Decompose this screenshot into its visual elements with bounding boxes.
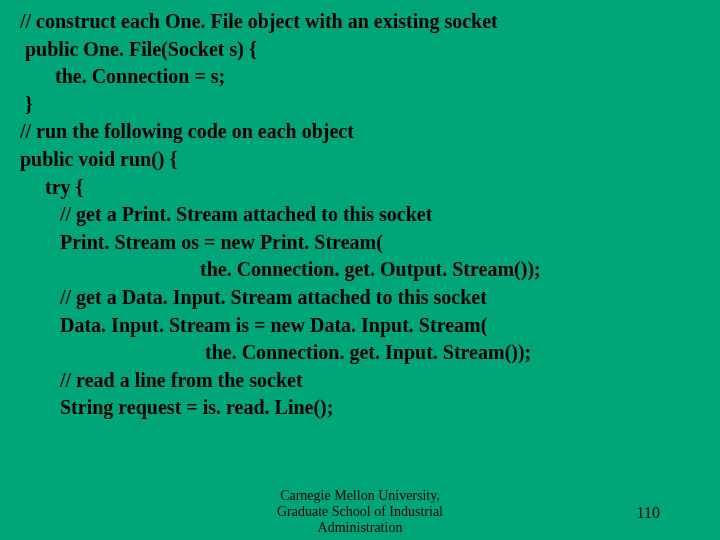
code-line: try { <box>20 174 700 202</box>
code-line: the. Connection = s; <box>20 63 700 91</box>
code-line: // get a Data. Input. Stream attached to… <box>20 284 700 312</box>
code-line: // read a line from the socket <box>20 367 700 395</box>
footer-line: Graduate School of Industrial <box>0 504 720 520</box>
code-line: Print. Stream os = new Print. Stream( <box>20 229 700 257</box>
code-line: the. Connection. get. Input. Stream()); <box>20 339 700 367</box>
code-line: } <box>20 91 700 119</box>
code-line: public void run() { <box>20 146 700 174</box>
code-line: // get a Print. Stream attached to this … <box>20 201 700 229</box>
code-line: public One. File(Socket s) { <box>20 36 700 64</box>
code-line: Data. Input. Stream is = new Data. Input… <box>20 312 700 340</box>
footer-line: Administration <box>0 520 720 536</box>
code-line: // construct each One. File object with … <box>20 8 700 36</box>
page-number: 110 <box>637 504 660 522</box>
code-line: the. Connection. get. Output. Stream()); <box>20 256 700 284</box>
footer: Carnegie Mellon University, Graduate Sch… <box>0 488 720 536</box>
slide-body: // construct each One. File object with … <box>0 0 720 422</box>
code-line: String request = is. read. Line(); <box>20 394 700 422</box>
code-line: // run the following code on each object <box>20 118 700 146</box>
footer-line: Carnegie Mellon University, <box>0 488 720 504</box>
